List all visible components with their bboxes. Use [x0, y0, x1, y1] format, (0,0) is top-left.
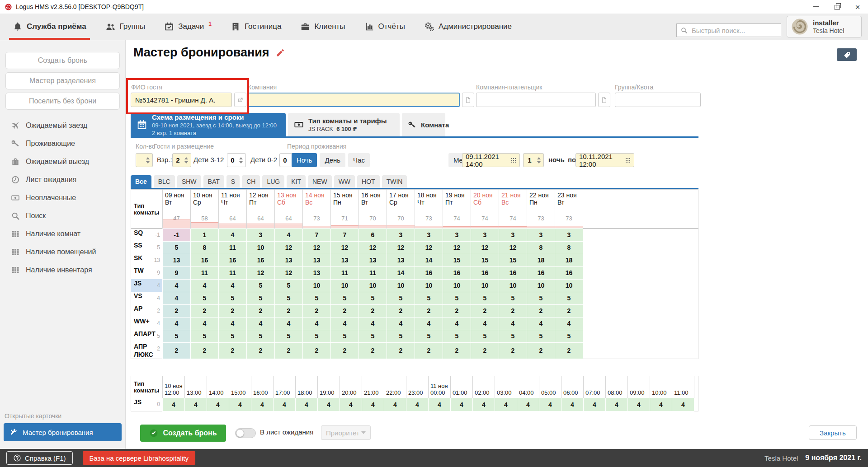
availability-cell[interactable]: 4 — [219, 279, 247, 292]
hourly-availability-cell[interactable]: 4 — [318, 398, 340, 411]
close-page-button[interactable]: Закрыть — [809, 425, 857, 440]
availability-cell[interactable]: 2 — [499, 342, 527, 359]
availability-cell[interactable]: 2 — [275, 342, 303, 359]
split-wizard-button[interactable]: Мастер разделения — [5, 72, 120, 89]
availability-cell[interactable]: 5 — [191, 330, 219, 342]
availability-cell[interactable]: 3 — [555, 229, 583, 242]
payer-company-field[interactable] — [476, 93, 596, 107]
room-type-cell[interactable]: 13SK — [131, 254, 163, 266]
hourly-availability-cell[interactable]: 4 — [584, 398, 606, 411]
availability-cell[interactable]: 5 — [471, 330, 499, 342]
close-button[interactable]: × — [847, 0, 868, 14]
hourly-availability-cell[interactable]: 4 — [163, 398, 185, 411]
availability-cell[interactable]: 2 — [527, 304, 555, 317]
hourly-availability-cell[interactable]: 4 — [406, 398, 429, 411]
availability-cell[interactable]: 7 — [303, 229, 331, 242]
availability-cell[interactable]: 4 — [555, 317, 583, 330]
tab-room[interactable]: Комната — [402, 113, 445, 136]
filter-tab-new[interactable]: NEW — [308, 175, 332, 188]
availability-cell[interactable]: 5 — [163, 241, 191, 254]
availability-cell[interactable]: 5 — [275, 279, 303, 292]
availability-cell[interactable]: 12 — [275, 241, 303, 254]
checkin-without-booking-button[interactable]: Поселить без брони — [5, 93, 120, 110]
quick-search-input[interactable] — [691, 26, 783, 35]
hourly-availability-cell[interactable]: 4 — [296, 398, 318, 411]
checkout-date-field[interactable]: 10.11.2021 12:00 — [576, 153, 634, 167]
availability-cell[interactable]: 5 — [359, 292, 387, 304]
availability-cell[interactable]: 10 — [247, 241, 275, 254]
availability-cell[interactable]: 6 — [359, 229, 387, 242]
hourly-availability-cell[interactable]: 4 — [251, 398, 274, 411]
hourly-availability-cell[interactable]: 4 — [340, 398, 362, 411]
availability-cell[interactable]: 5 — [415, 292, 443, 304]
availability-cell[interactable]: 16 — [471, 266, 499, 279]
availability-cell[interactable]: 3 — [443, 229, 471, 242]
room-type-cell[interactable]: 9TW — [131, 266, 163, 279]
hourly-availability-cell[interactable]: 4 — [451, 398, 473, 411]
availability-cell[interactable]: 2 — [359, 342, 387, 359]
availability-cell[interactable]: 2 — [415, 342, 443, 359]
room-type-cell[interactable]: 4VS — [131, 292, 163, 304]
availability-cell[interactable]: 16 — [527, 266, 555, 279]
availability-cell[interactable]: 2 — [555, 304, 583, 317]
availability-cell[interactable]: 5 — [247, 279, 275, 292]
availability-cell[interactable]: 12 — [443, 241, 471, 254]
availability-cell[interactable]: 3 — [387, 229, 415, 242]
sidebar-item-expected-arrival[interactable]: Ожидаемый заезд — [0, 117, 125, 135]
create-booking-button[interactable]: Создать бронь — [5, 52, 120, 69]
hourly-availability-cell[interactable]: 4 — [606, 398, 628, 411]
filter-tab-hot[interactable]: HOT — [357, 175, 380, 188]
availability-cell[interactable]: 13 — [275, 254, 303, 266]
availability-cell[interactable]: 13 — [359, 254, 387, 266]
availability-cell[interactable]: 5 — [359, 330, 387, 342]
availability-cell[interactable]: 16 — [415, 266, 443, 279]
availability-cell[interactable]: 13 — [163, 254, 191, 266]
availability-cell[interactable]: 18 — [555, 254, 583, 266]
availability-cell[interactable]: 5 — [555, 292, 583, 304]
availability-cell[interactable]: 2 — [303, 304, 331, 317]
availability-cell[interactable]: 13 — [303, 254, 331, 266]
availability-cell[interactable]: 3 — [499, 229, 527, 242]
availability-cell[interactable]: 11 — [359, 266, 387, 279]
quantity-stepper[interactable] — [136, 153, 153, 167]
availability-cell[interactable]: 11 — [331, 266, 359, 279]
availability-cell[interactable]: 13 — [331, 254, 359, 266]
checkin-date-field[interactable]: 09.11.2021 14:00 — [462, 153, 520, 167]
nights-stepper[interactable]: 1 — [523, 153, 544, 167]
availability-cell[interactable]: 2 — [275, 304, 303, 317]
availability-cell[interactable]: 2 — [415, 304, 443, 317]
hourly-availability-cell[interactable]: 4 — [672, 398, 694, 411]
availability-cell[interactable]: 4 — [443, 317, 471, 330]
priority-select[interactable]: Приоритет — [321, 425, 371, 440]
availability-cell[interactable]: 5 — [275, 330, 303, 342]
restore-button[interactable] — [826, 0, 847, 14]
availability-cell[interactable]: 18 — [527, 254, 555, 266]
availability-cell[interactable]: 12 — [275, 266, 303, 279]
availability-cell[interactable]: 5 — [555, 330, 583, 342]
room-type-cell[interactable]: 4JS — [131, 279, 163, 292]
availability-cell[interactable]: 12 — [247, 266, 275, 279]
availability-cell[interactable]: 2 — [331, 304, 359, 317]
availability-cell[interactable]: 2 — [555, 342, 583, 359]
availability-cell[interactable]: 12 — [499, 241, 527, 254]
filter-tab-s[interactable]: S — [226, 175, 240, 188]
availability-cell[interactable]: 13 — [387, 254, 415, 266]
availability-cell[interactable]: 4 — [387, 317, 415, 330]
availability-cell[interactable]: 4 — [163, 279, 191, 292]
hourly-availability-cell[interactable]: 4 — [517, 398, 539, 411]
availability-cell[interactable]: 4 — [219, 317, 247, 330]
availability-cell[interactable]: 12 — [471, 241, 499, 254]
availability-cell[interactable]: 5 — [247, 330, 275, 342]
availability-cell[interactable]: 5 — [331, 330, 359, 342]
filter-tab-kit[interactable]: KIT — [287, 175, 306, 188]
availability-cell[interactable]: 14 — [387, 266, 415, 279]
availability-cell[interactable]: 4 — [247, 317, 275, 330]
availability-cell[interactable]: 5 — [527, 292, 555, 304]
company-field[interactable] — [248, 93, 460, 107]
availability-cell[interactable]: 4 — [415, 317, 443, 330]
availability-cell[interactable]: 12 — [387, 241, 415, 254]
open-guest-card-button[interactable] — [234, 93, 246, 107]
availability-cell[interactable]: 4 — [219, 229, 247, 242]
availability-cell[interactable]: 8 — [527, 241, 555, 254]
room-type-cell[interactable]: 0JS — [131, 398, 163, 411]
